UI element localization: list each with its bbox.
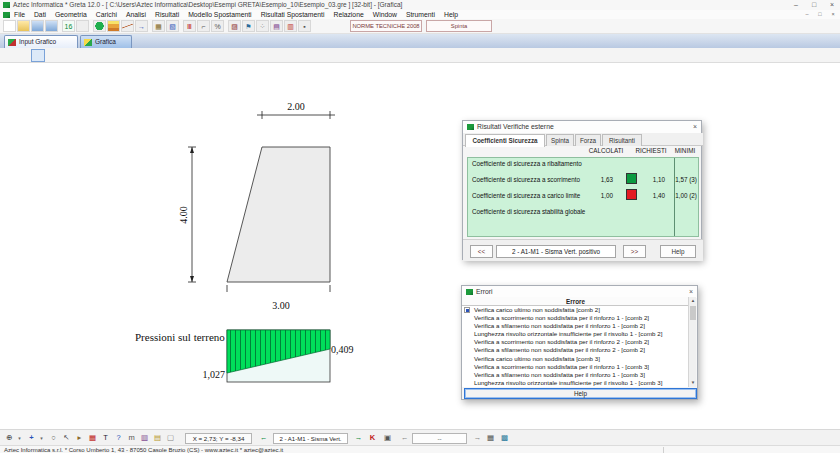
view-soil-icon[interactable] — [18, 50, 30, 61]
error-row[interactable]: Verifica a sfilamento non soddisfatta pe… — [462, 371, 689, 379]
tab-input-grafico[interactable]: Input Grafico — [4, 35, 78, 48]
norme-tecniche-button[interactable]: NORME TECNICHE 2008 - AP 2 — [350, 20, 422, 32]
combination-combo[interactable]: 2 - A1-M1 - Sisma Vert. positivo — [273, 433, 348, 444]
select-tool-icon[interactable]: ▸ — [73, 432, 86, 444]
zoom-icon[interactable]: ⊕ — [3, 432, 16, 444]
results-help-button[interactable]: Help — [660, 245, 696, 258]
menu-help[interactable]: Help — [444, 10, 458, 19]
menu-strumenti[interactable]: Strumenti — [406, 10, 435, 19]
menu-file[interactable]: File — [14, 10, 25, 19]
maximize-button[interactable]: □ — [806, 0, 822, 10]
errors-help-button[interactable]: Help — [464, 388, 697, 399]
tab-spinta[interactable]: Spinta — [546, 134, 574, 146]
minimize-button[interactable]: – — [788, 0, 804, 10]
menu-window[interactable]: Window — [373, 10, 397, 19]
scroll-down-icon[interactable]: ▼ — [689, 379, 697, 387]
book-icon[interactable]: ▥ — [138, 432, 151, 444]
verify-external-icon[interactable]: ▨ — [228, 20, 241, 32]
error-row[interactable]: Verifica a scorrimento non soddisfatta p… — [462, 314, 689, 322]
view-report-icon[interactable] — [88, 50, 100, 61]
error-row[interactable]: Verifica a scorrimento non soddisfatta p… — [462, 338, 689, 346]
mesh-icon[interactable]: ⁘ — [256, 20, 269, 32]
save-icon[interactable] — [31, 20, 44, 32]
errors-list[interactable]: Verifica carico ultimo non soddisfatta [… — [462, 306, 689, 387]
profile-icon[interactable] — [121, 20, 134, 32]
save-as-icon[interactable] — [45, 20, 58, 32]
new-file-icon[interactable] — [3, 20, 16, 32]
row-carico-limite-label: Coefficiente di sicurezza a carico limit… — [472, 192, 580, 199]
results-close-icon[interactable]: × — [693, 121, 697, 133]
error-row[interactable]: Verifica carico ultimo non soddisfatta [… — [462, 355, 689, 363]
menu-relazione[interactable]: Relazione — [333, 10, 363, 19]
menu-risultati[interactable]: Risultati — [155, 10, 179, 19]
menu-analisi[interactable]: Analisi — [126, 10, 146, 19]
next-combination-button[interactable]: >> — [623, 245, 646, 258]
page-icon[interactable]: ▢ — [164, 432, 177, 444]
error-row[interactable]: Lunghezza risvolto orizzontale insuffici… — [462, 379, 689, 387]
chart-icon[interactable]: K — [366, 432, 379, 444]
scroll-thumb[interactable] — [690, 306, 696, 320]
next-combination-icon[interactable]: → — [352, 432, 365, 444]
page-next-icon[interactable]: → — [471, 432, 484, 444]
help-tool-icon[interactable]: ? — [112, 432, 125, 444]
archive-icon[interactable] — [76, 20, 89, 32]
folder-icon[interactable]: ▤ — [151, 432, 164, 444]
view-thrust-icon[interactable] — [46, 50, 58, 61]
page-combo[interactable]: -- — [412, 433, 467, 444]
open-file-icon[interactable] — [17, 20, 30, 32]
text-tool-icon[interactable]: T — [99, 432, 112, 444]
tab-coefficienti-sicurezza[interactable]: Coefficienti Sicurezza — [465, 134, 545, 147]
corner-icon[interactable]: ⌐ — [197, 20, 210, 32]
pan-dropdown-icon[interactable]: ▾ — [38, 432, 45, 444]
analysis-icon[interactable]: ▦ — [152, 20, 165, 32]
view-geometry-icon[interactable] — [4, 50, 16, 61]
verify-flag-icon[interactable]: ⚑ — [242, 20, 255, 32]
tab-grafica[interactable]: Grafica — [80, 35, 132, 48]
mdi-child-controls[interactable]: –□× — [802, 11, 838, 17]
drawing-area[interactable]: 2.00 4.00 3.00 Pressioni sul terreno 1,0… — [0, 63, 840, 429]
view-pressure-icon[interactable] — [32, 50, 44, 61]
menu-geometria[interactable]: Geometria — [55, 10, 87, 19]
view-loads-icon[interactable] — [60, 50, 72, 61]
menu-risultati-spostamenti[interactable]: Risultati Spostamenti — [261, 10, 325, 19]
error-row[interactable]: Verifica a scorrimento non soddisfatta p… — [462, 363, 689, 371]
window-list-icon[interactable]: ▣ — [381, 432, 394, 444]
error-row[interactable]: Verifica a sfilamento non soddisfatta pe… — [462, 346, 689, 354]
soil-fill-icon[interactable] — [93, 20, 106, 32]
tab-forza[interactable]: Forza — [575, 134, 601, 146]
scroll-up-icon[interactable]: ▲ — [689, 297, 697, 305]
menu-carichi[interactable]: Carichi — [96, 10, 117, 19]
errors-scrollbar[interactable]: ▲ ▼ — [688, 297, 696, 387]
menu-modello-spostamenti[interactable]: Modello Spostamenti — [188, 10, 251, 19]
options-icon[interactable]: ▤ — [270, 20, 283, 32]
view-stability-icon[interactable] — [74, 50, 86, 61]
comb-tool-icon[interactable]: ▦ — [86, 432, 99, 444]
model-icon[interactable]: ▧ — [166, 20, 179, 32]
print-icon[interactable]: ▦ — [484, 432, 497, 444]
tab-risultanti[interactable]: Risultanti — [602, 134, 642, 146]
error-row[interactable]: Lunghezza risvolto orizzontale insuffici… — [462, 330, 689, 338]
prev-combination-button[interactable]: << — [470, 245, 493, 258]
pan-icon[interactable]: + — [25, 432, 38, 444]
page-prev-icon[interactable]: ← — [398, 432, 411, 444]
close-button[interactable]: × — [824, 0, 840, 10]
push-arrow-icon[interactable]: → — [135, 20, 148, 32]
measure-tool-icon[interactable]: m — [125, 432, 138, 444]
stratigraphy-icon[interactable] — [107, 20, 120, 32]
pointer-tool-icon[interactable]: ↖ — [60, 432, 73, 444]
window-icon[interactable]: ▪ — [298, 20, 311, 32]
error-row[interactable]: Verifica carico ultimo non soddisfatta [… — [462, 306, 689, 314]
zoom-dropdown-icon[interactable]: ▾ — [16, 432, 23, 444]
menu-dati[interactable]: Dati — [34, 10, 46, 19]
circle-tool-icon[interactable]: ○ — [47, 432, 60, 444]
prev-combination-icon[interactable]: ← — [257, 432, 270, 444]
report-icon[interactable]: ▥ — [284, 20, 297, 32]
spinta-button[interactable]: Spinta — [426, 20, 492, 32]
results-dialog-titlebar[interactable]: Risultati Verifiche esterne × — [463, 121, 701, 133]
reinforcement-icon[interactable]: Ⅲ — [183, 20, 196, 32]
percent-icon[interactable]: % — [211, 20, 224, 32]
error-row[interactable]: Verifica a sfilamento non soddisfatta pe… — [462, 322, 689, 330]
units-icon[interactable]: 16 — [62, 20, 75, 32]
combination-display[interactable]: 2 - A1-M1 - Sisma Vert. positivo — [496, 245, 616, 258]
snapshot-icon[interactable]: ▩ — [498, 432, 511, 444]
